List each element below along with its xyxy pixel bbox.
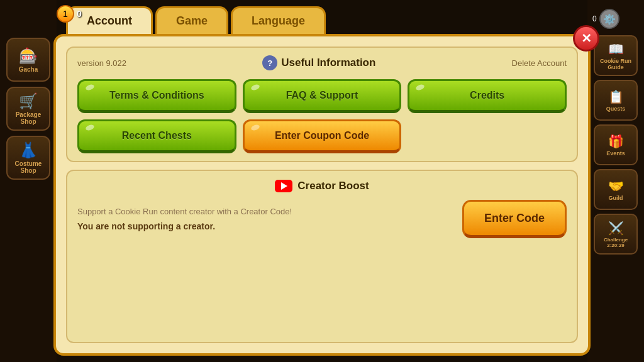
sidebar-item-gacha-label: Gacha (19, 66, 38, 73)
currency-right-display: 0 ⚙️ (587, 6, 644, 31)
guide-icon: 📖 (608, 41, 624, 57)
useful-info-icon: ? (262, 55, 277, 70)
currency-left-display: 1 0 (57, 5, 82, 23)
sidebar-item-events[interactable]: 🎁 Events (594, 124, 638, 165)
creator-boost-header: Creator Boost (77, 180, 567, 192)
creator-boost-text: Support a Cookie Run content creator wit… (77, 207, 452, 231)
version-text: version 9.022 (77, 58, 126, 68)
sidebar-item-challenge-label: Challenge 2:20:29 (595, 237, 636, 248)
close-button[interactable]: ✕ (573, 25, 599, 52)
useful-info-title-text: Useful Information (281, 57, 375, 69)
creator-boost-section: Creator Boost Support a Cookie Run conte… (66, 170, 578, 343)
sidebar-item-quests[interactable]: 📋 Quests (594, 80, 638, 121)
guild-icon: 🤝 (608, 178, 624, 194)
sidebar-item-package-label: Package Shop (8, 111, 49, 125)
terms-conditions-button[interactable]: Terms & Conditions (77, 79, 236, 113)
credits-button[interactable]: Credits (408, 79, 567, 113)
currency-right-count: 0 (592, 14, 597, 23)
sidebar-item-package-shop[interactable]: 🛒 Package Shop (6, 87, 50, 131)
empty-cell (408, 119, 567, 153)
modal-body: ✕ version 9.022 ? Useful Information Del… (53, 34, 591, 356)
costume-shop-icon: 👗 (19, 141, 38, 159)
sidebar-item-gacha[interactable]: 🎰 Gacha (6, 38, 50, 82)
sidebar-right: 0 ⚙️ 📖 Cookie Run Guide 📋 Quests 🎁 Event… (587, 0, 644, 362)
sidebar-item-guild-label: Guild (609, 195, 623, 201)
sidebar-item-events-label: Events (606, 150, 625, 156)
buttons-row2: Recent Chests Enter Coupon Code (77, 119, 567, 153)
currency-left-icon: 1 (57, 5, 74, 23)
sidebar-item-challenge[interactable]: ⚔️ Challenge 2:20:29 (594, 214, 638, 255)
buttons-row1: Terms & Conditions FAQ & Support Credits (77, 79, 567, 113)
useful-info-title: ? Useful Information (262, 55, 375, 70)
recent-chests-button[interactable]: Recent Chests (77, 119, 236, 153)
enter-code-button[interactable]: Enter Code (462, 200, 567, 238)
quests-icon: 📋 (608, 89, 624, 104)
sidebar-item-guild[interactable]: 🤝 Guild (594, 169, 638, 210)
tab-game[interactable]: Game (155, 6, 228, 34)
enter-coupon-code-button[interactable]: Enter Coupon Code (243, 119, 402, 153)
gacha-icon: 🎰 (19, 47, 38, 65)
challenge-icon: ⚔️ (608, 221, 624, 236)
package-shop-icon: 🛒 (19, 92, 38, 110)
tab-bar: Account Game Language (53, 6, 591, 34)
creator-boost-body: Support a Cookie Run content creator wit… (77, 200, 567, 238)
events-icon: 🎁 (608, 134, 624, 149)
modal-container: Account Game Language ✕ version 9.022 ? … (53, 6, 591, 356)
sidebar-item-guide[interactable]: 📖 Cookie Run Guide (594, 35, 638, 76)
sidebar-item-quests-label: Quests (606, 106, 626, 112)
sidebar-item-costume-shop[interactable]: 👗 Costume Shop (6, 136, 50, 180)
useful-info-section: version 9.022 ? Useful Information Delet… (66, 47, 578, 162)
creator-boost-title: Creator Boost (297, 180, 369, 192)
settings-button[interactable]: ⚙️ (599, 9, 619, 29)
sidebar-item-costume-label: Costume Shop (8, 160, 49, 174)
sidebar-item-guide-label: Cookie Run Guide (595, 58, 636, 70)
not-supporting-text: You are not supporting a creator. (77, 221, 452, 231)
sidebar-left: 🎰 Gacha 🛒 Package Shop 👗 Costume Shop (0, 0, 57, 362)
faq-support-button[interactable]: FAQ & Support (243, 79, 402, 113)
currency-left-count: 0 (77, 9, 82, 19)
youtube-icon (275, 180, 292, 192)
tab-language[interactable]: Language (231, 6, 326, 34)
support-text: Support a Cookie Run content creator wit… (77, 207, 452, 216)
delete-account-link[interactable]: Delete Account (512, 58, 567, 68)
useful-info-header: version 9.022 ? Useful Information Delet… (77, 55, 567, 70)
